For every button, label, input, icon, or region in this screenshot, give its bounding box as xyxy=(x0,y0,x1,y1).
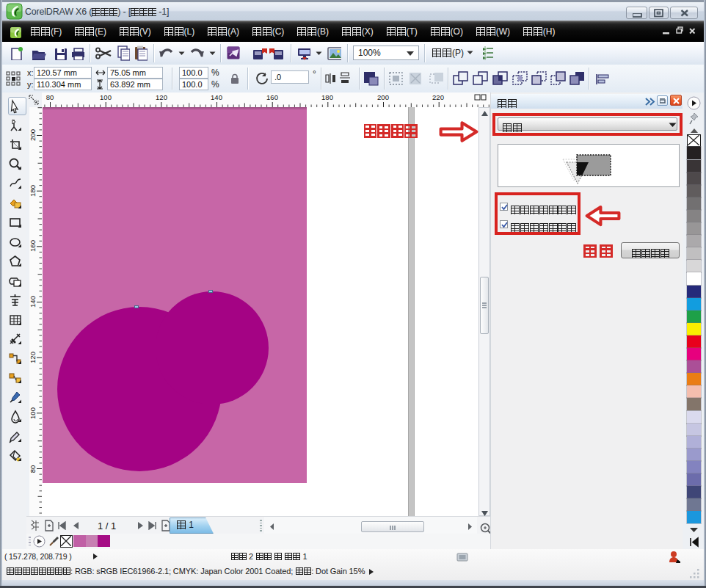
svg-text:200: 200 xyxy=(377,93,389,101)
svg-text:180: 180 xyxy=(29,185,37,197)
svg-text:100: 100 xyxy=(100,93,112,101)
svg-text:120: 120 xyxy=(156,93,167,101)
svg-text:140: 140 xyxy=(29,296,37,308)
svg-text:80: 80 xyxy=(29,465,37,473)
svg-text:220: 220 xyxy=(432,93,444,101)
svg-text:120: 120 xyxy=(29,352,37,363)
svg-text:100: 100 xyxy=(29,407,37,419)
svg-text:160: 160 xyxy=(266,93,278,101)
svg-text:160: 160 xyxy=(29,240,37,252)
svg-text:140: 140 xyxy=(211,93,222,101)
svg-text:180: 180 xyxy=(321,93,333,101)
svg-text:80: 80 xyxy=(46,93,54,101)
svg-text:200: 200 xyxy=(29,129,37,141)
